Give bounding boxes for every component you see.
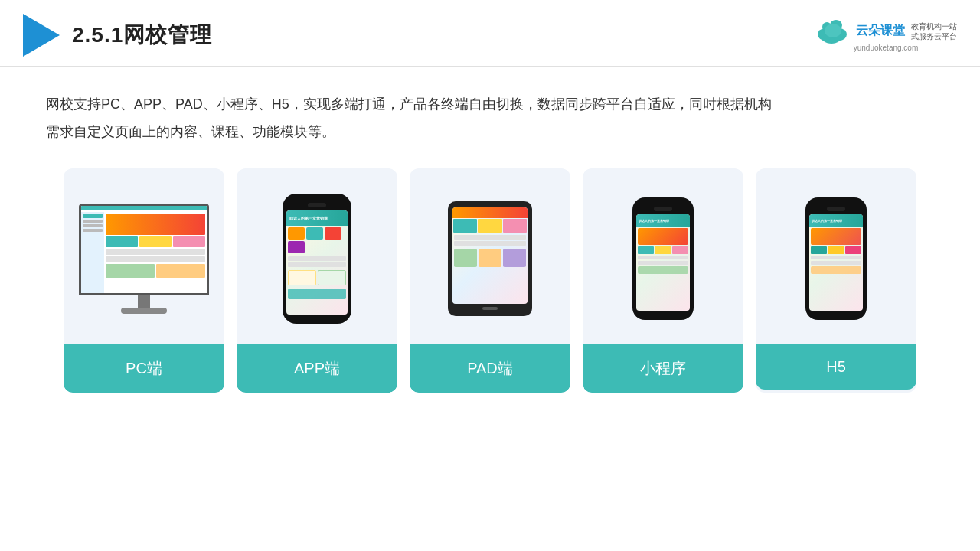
h5-screen-content: 职达人的第一堂营销课 <box>809 214 863 311</box>
logo-box: 云朵课堂 教育机构一站 式服务云平台 <box>815 19 957 44</box>
h5-phone-mockup: 职达人的第一堂营销课 <box>805 197 867 320</box>
cards-section: PC端 职达人的第一堂营销课 <box>0 153 980 408</box>
mini-screen: 职达人的第一堂营销课 <box>636 214 690 311</box>
svg-point-6 <box>825 24 841 37</box>
tablet-home-btn <box>482 307 498 310</box>
pc-screen-content <box>81 206 207 293</box>
pc-monitor-mockup <box>79 204 209 314</box>
phone-notch-app <box>308 203 326 207</box>
card-pc: PC端 <box>64 168 224 393</box>
monitor-neck <box>138 295 150 308</box>
cloud-icon <box>815 19 851 44</box>
card-label-mini: 小程序 <box>583 344 743 393</box>
logo-tagline-line2: 式服务云平台 <box>911 31 957 41</box>
logo-name: 云朵课堂 <box>856 23 905 39</box>
pad-screen-content <box>452 207 528 304</box>
monitor-screen <box>79 204 209 295</box>
card-label-h5: H5 <box>756 344 916 390</box>
description-text: 网校支持PC、APP、PAD、小程序、H5，实现多端打通，产品各终端自由切换，数… <box>46 90 934 145</box>
logo-area: 云朵课堂 教育机构一站 式服务云平台 yunduoketang.com <box>815 19 957 52</box>
card-image-pc <box>64 168 224 344</box>
card-image-pad <box>410 168 570 344</box>
monitor-base <box>121 308 167 314</box>
app-screen-content: 职达人的第一堂营销课 <box>286 210 348 315</box>
card-label-app: APP端 <box>237 344 397 393</box>
play-icon <box>23 14 60 57</box>
h5-screen: 职达人的第一堂营销课 <box>809 214 863 311</box>
logo-url: yunduoketang.com <box>854 44 919 52</box>
card-image-app: 职达人的第一堂营销课 <box>237 168 397 344</box>
card-h5: 职达人的第一堂营销课 <box>756 168 916 393</box>
phone-notch-mini <box>654 207 672 211</box>
card-pad: PAD端 <box>410 168 570 393</box>
phone-notch-h5 <box>827 207 845 211</box>
logo-tagline-line1: 教育机构一站 <box>911 21 957 31</box>
page-title: 2.5.1网校管理 <box>72 21 212 50</box>
app-screen: 职达人的第一堂营销课 <box>286 210 348 315</box>
card-image-h5: 职达人的第一堂营销课 <box>756 168 916 344</box>
app-phone-mockup: 职达人的第一堂营销课 <box>283 194 351 324</box>
header: 2.5.1网校管理 云朵课堂 教育机构一站 式服务云平台 <box>0 0 980 67</box>
pad-screen <box>452 207 528 304</box>
description-section: 网校支持PC、APP、PAD、小程序、H5，实现多端打通，产品各终端自由切换，数… <box>0 67 980 153</box>
card-label-pc: PC端 <box>64 344 224 393</box>
pad-tablet-mockup <box>448 201 532 316</box>
card-app: 职达人的第一堂营销课 <box>237 168 397 393</box>
mini-screen-content: 职达人的第一堂营销课 <box>636 214 690 311</box>
mini-phone-mockup: 职达人的第一堂营销课 <box>632 197 694 320</box>
card-label-pad: PAD端 <box>410 344 570 393</box>
header-left: 2.5.1网校管理 <box>23 14 212 57</box>
card-miniprogram: 职达人的第一堂营销课 <box>583 168 743 393</box>
card-image-mini: 职达人的第一堂营销课 <box>583 168 743 344</box>
